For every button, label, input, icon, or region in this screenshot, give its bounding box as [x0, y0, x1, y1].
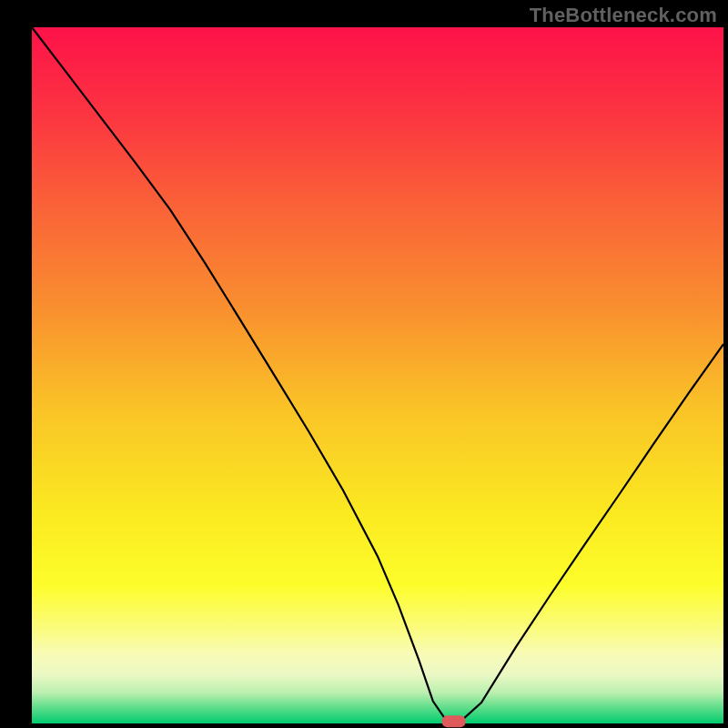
watermark-text: TheBottleneck.com: [530, 4, 717, 27]
bottleneck-chart: TheBottleneck.com: [0, 0, 728, 728]
plot-background: [32, 27, 723, 723]
optimal-marker: [442, 715, 466, 727]
chart-svg: [0, 0, 728, 728]
